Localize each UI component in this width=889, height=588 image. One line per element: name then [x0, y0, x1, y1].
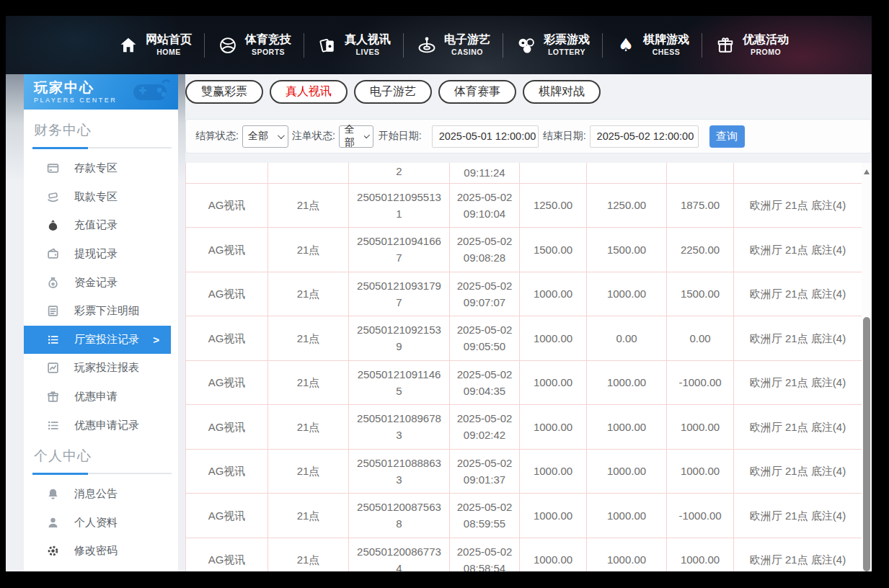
nav-item-title: 网站首页	[146, 32, 192, 47]
sidebar-item-label: 取款专区	[74, 190, 118, 204]
cell-amount2: 1250.00	[587, 183, 667, 228]
table-row: AG视讯 21点 250501210931797 2025-05-02 09:0…	[186, 272, 862, 316]
chevron-down-icon	[363, 132, 370, 138]
table-row-partial: 2 09:11:24	[186, 163, 862, 183]
cell-detail	[734, 163, 862, 183]
tab-lottery[interactable]: 雙赢彩票	[185, 80, 263, 104]
sidebar-item-label: 修改密码	[74, 544, 118, 558]
cell-provider	[186, 163, 268, 183]
cell-order-no: 250501210921539	[349, 316, 450, 361]
sidebar-item-player-bet-report[interactable]: 玩家投注报表	[24, 354, 178, 383]
table-row: AG视讯 21点 250501210921539 2025-05-02 09:0…	[186, 316, 862, 361]
funds-bag-icon	[47, 277, 59, 289]
sidebar-section-finance: 财务中心	[32, 114, 172, 148]
cell-game: 21点	[268, 494, 349, 538]
table-row: AG视讯 21点 250501210941667 2025-05-02 09:0…	[186, 228, 862, 272]
tab-egames[interactable]: 电子游艺	[354, 80, 432, 104]
cell-order-no: 250501210955131	[349, 183, 450, 228]
cell-time: 2025-05-02 09:01:37	[450, 449, 520, 494]
tab-board-games[interactable]: 棋牌对战	[523, 80, 601, 104]
order-status-label: 注单状态:	[292, 130, 335, 143]
sidebar-item-label: 充值记录	[74, 218, 118, 232]
nav-item-lives[interactable]: 真人视讯 LIVES	[304, 32, 403, 58]
nav-item-chess[interactable]: ♠ 棋牌游戏 CHESS	[603, 32, 702, 58]
chevron-down-icon	[278, 132, 285, 139]
scrollbar-thumb[interactable]	[863, 317, 870, 571]
cell-detail: 欧洲厅 21点 底注(4)	[734, 316, 862, 361]
cards-icon	[317, 35, 338, 56]
scroll-up-arrow-icon[interactable]	[864, 169, 870, 174]
cell-game: 21点	[268, 538, 349, 571]
cell-amount3: 1000.00	[667, 449, 734, 494]
query-button[interactable]: 查询	[709, 125, 745, 148]
cell-amount2: 1000.00	[587, 449, 667, 494]
sidebar-item-funds-record[interactable]: 资金记录	[24, 268, 178, 297]
sidebar-item-label: 消息公告	[74, 487, 118, 501]
cell-amount1: 1250.00	[520, 183, 587, 228]
nav-item-home[interactable]: 网站首页 HOME	[105, 32, 204, 58]
cell-provider: AG视讯	[186, 538, 268, 571]
cell-game: 21点	[268, 316, 349, 361]
sidebar-item-label: 资金记录	[74, 276, 118, 290]
end-date-input[interactable]	[590, 125, 699, 148]
nav-item-casino[interactable]: 电子游艺 CASINO	[404, 32, 503, 58]
table-scrollbar[interactable]	[862, 163, 872, 571]
section-title: 财务中心	[34, 122, 92, 138]
cell-provider: AG视讯	[186, 272, 268, 316]
table-row: AG视讯 21点 250501210955131 2025-05-02 09:1…	[186, 183, 862, 228]
bank-card-icon	[47, 162, 59, 174]
cell-time: 2025-05-02 09:10:04	[450, 183, 520, 228]
cell-time: 2025-05-02 09:07:07	[450, 272, 520, 316]
sidebar-item-promo-apply[interactable]: 优惠申请	[24, 383, 178, 411]
cell-order-no: 250501210896783	[349, 405, 450, 450]
cell-amount2: 1000.00	[587, 538, 667, 571]
cell-detail: 欧洲厅 21点 底注(4)	[734, 449, 862, 494]
game-tabs: 雙赢彩票 真人视讯 电子游艺 体育赛事 棋牌对战	[185, 74, 872, 104]
sidebar-item-hall-bet-record[interactable]: 厅室投注记录 >	[24, 326, 171, 355]
sidebar-item-change-password[interactable]: 修改密码	[24, 537, 178, 566]
chevron-right-icon: >	[153, 334, 159, 346]
nav-item-promo[interactable]: 优惠活动 PROMO	[702, 32, 801, 58]
main-content: 雙赢彩票 真人视讯 电子游艺 体育赛事 棋牌对战 结算状态: 全部 注单状态: …	[185, 74, 872, 571]
cell-amount1: 1000.00	[520, 449, 587, 494]
sidebar-item-promo-apply-record[interactable]: 优惠申请记录	[24, 411, 178, 440]
cell-amount3: 2250.00	[667, 228, 734, 272]
order-status-select[interactable]: 全部	[339, 125, 373, 148]
sidebar-menu-personal: 消息公告 个人资料 修改密码	[24, 480, 178, 566]
table-row: AG视讯 21点 250501210896783 2025-05-02 09:0…	[186, 405, 862, 450]
sidebar-item-withdraw[interactable]: 取款专区	[24, 183, 178, 212]
cell-amount1: 1000.00	[520, 538, 587, 571]
cell-order-no: 250501210888633	[349, 449, 450, 494]
sidebar-item-lottery-bet-detail[interactable]: 彩票下注明细	[24, 297, 178, 326]
sidebar-item-withdrawal-record[interactable]: 提现记录	[24, 240, 178, 269]
settle-status-select[interactable]: 全部	[242, 125, 288, 148]
sidebar-item-messages[interactable]: 消息公告	[24, 480, 178, 509]
sidebar-item-deposit[interactable]: 存款专区	[24, 154, 178, 183]
cell-time: 2025-05-02 09:05:50	[450, 316, 520, 361]
nav-item-subtitle: SPORTS	[252, 47, 285, 58]
start-date-input[interactable]	[432, 125, 539, 148]
nav-item-title: 体育竞技	[245, 32, 291, 47]
settle-status-label: 结算状态:	[195, 130, 239, 143]
sidebar-item-label: 优惠申请	[74, 390, 118, 404]
top-nav: 网站首页 HOME 体育竞技 SPORTS 真人视讯 LIVES 电子游艺 CA…	[6, 16, 872, 74]
cell-detail: 欧洲厅 21点 底注(4)	[734, 228, 862, 272]
cell-order-no: 250501200875638	[349, 494, 450, 538]
cell-detail: 欧洲厅 21点 底注(4)	[734, 183, 862, 228]
sidebar-item-recharge-record[interactable]: 充值记录	[24, 211, 178, 240]
cell-provider: AG视讯	[186, 316, 268, 361]
sports-icon	[217, 35, 239, 56]
nav-item-lottery[interactable]: 彩票游戏 LOTTERY	[503, 32, 602, 58]
cell-detail: 欧洲厅 21点 底注(4)	[734, 538, 862, 571]
tab-live-video[interactable]: 真人视讯	[270, 80, 348, 104]
tab-sports[interactable]: 体育赛事	[438, 80, 516, 104]
app-window: 网站首页 HOME 体育竞技 SPORTS 真人视讯 LIVES 电子游艺 CA…	[6, 16, 872, 571]
cell-amount2: 1500.00	[587, 228, 667, 272]
sidebar: 玩家中心 PLAYERS CENTER 财务中心 存款专区 取款专区	[24, 74, 178, 571]
sidebar-item-profile[interactable]: 个人资料	[24, 509, 178, 538]
nav-item-subtitle: PROMO	[751, 47, 781, 58]
cell-provider: AG视讯	[186, 228, 268, 272]
person-icon	[47, 517, 59, 529]
spade-icon: ♠	[615, 35, 637, 56]
nav-item-sports[interactable]: 体育竞技 SPORTS	[205, 32, 304, 58]
